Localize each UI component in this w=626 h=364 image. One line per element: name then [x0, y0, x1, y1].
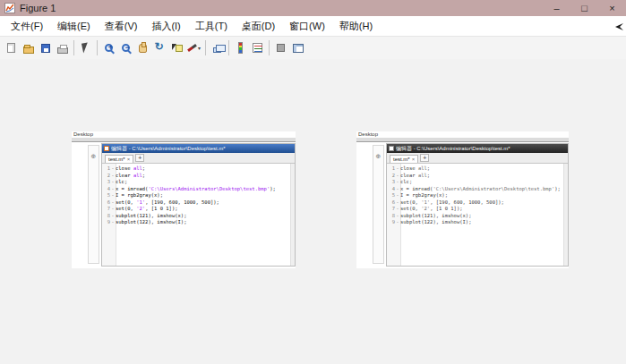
new-figure-icon [7, 43, 15, 53]
line-number: 7 [102, 206, 110, 213]
maximize-button[interactable]: □ [570, 0, 598, 16]
show-plot-tools-icon [293, 44, 304, 53]
menu-file[interactable]: 文件(F) [4, 17, 50, 36]
hide-plot-tools-button[interactable] [272, 39, 289, 57]
save-figure-button[interactable] [37, 39, 54, 57]
pan-button[interactable] [134, 39, 151, 57]
code-line: 3-clc; [387, 179, 563, 186]
line-number: 6 [102, 199, 110, 207]
toolbar-separator [73, 40, 74, 55]
insert-colorbar-icon [238, 42, 243, 54]
editor-tab-label: test.m* [393, 156, 410, 163]
line-number: 9 [102, 219, 110, 226]
code-line: 4-x = imread('C:\Users\Administrator\Des… [102, 186, 290, 193]
mfile-icon [104, 146, 109, 151]
close-button[interactable]: × [598, 0, 626, 16]
menu-edit[interactable]: 编辑(E) [50, 17, 98, 36]
hide-plot-tools-icon [277, 44, 285, 52]
matlab-figure-icon [4, 3, 15, 13]
code-text: clear all; [400, 173, 430, 180]
zoom-out-icon [122, 44, 130, 52]
brush-icon [187, 44, 197, 52]
code-text: set(0, '1', [190, 600, 1000, 500]); [116, 199, 219, 207]
dropdown-caret-icon: ▾ [198, 45, 201, 51]
tab-close-icon: × [127, 156, 131, 163]
menu-window[interactable]: 窗口(W) [282, 17, 332, 36]
data-cursor-button[interactable] [168, 39, 185, 57]
link-plot-button[interactable] [209, 39, 226, 57]
pan-icon [139, 44, 147, 53]
code-line: 8-subplot(121), imshow(x); [387, 213, 563, 220]
edit-plot-button[interactable] [77, 39, 94, 57]
toolbar-separator [205, 40, 206, 55]
menu-tools[interactable]: 工具(T) [188, 17, 235, 36]
code-lines: 1-close all;2-clear all;3-clc;4-x = imre… [387, 165, 563, 226]
code-line: 7-set(0, '2', [1 0 1]); [387, 206, 563, 213]
open-file-icon [23, 47, 34, 54]
rotate-3d-button[interactable] [151, 39, 168, 57]
code-line: 1-close all; [387, 165, 563, 173]
toolstrip-fragment [72, 138, 296, 142]
brush-button[interactable]: ▾ [185, 39, 202, 57]
line-number: 8 [387, 213, 395, 220]
window-title: Figure 1 [20, 3, 56, 13]
line-number: 5 [387, 192, 395, 199]
line-number: 2 [102, 173, 110, 180]
code-line: 6-set(0, '1', [190, 600, 1000, 500]); [102, 199, 290, 207]
line-number: 6 [387, 199, 395, 207]
editor-body: 1-close all;2-clear all;3-clc;4-x = imre… [102, 164, 295, 266]
menu-desktop[interactable]: 桌面(D) [235, 17, 282, 36]
editor-tab-label: test.m* [108, 156, 125, 163]
show-plot-tools-button[interactable] [289, 39, 306, 57]
code-text: clc; [400, 179, 412, 186]
code-text: subplot(121), imshow(x); [400, 213, 471, 220]
code-text: clc; [116, 179, 127, 186]
menu-insert[interactable]: 插入(I) [144, 17, 187, 36]
rotate-3d-icon [155, 42, 166, 55]
tab-close-icon: × [412, 156, 416, 163]
zoom-in-button[interactable] [100, 39, 117, 57]
zoom-out-button[interactable] [117, 39, 134, 57]
restore-panel-icon: ⊕ [91, 153, 97, 159]
mouse-cursor-icon [615, 23, 624, 31]
minimize-button[interactable]: – [543, 0, 570, 16]
editor-tab: test.m* × [105, 155, 133, 163]
print-figure-icon [57, 47, 68, 54]
code-text: close all; [400, 165, 430, 173]
line-number: 5 [102, 192, 110, 199]
code-line: 6-set(0, '1', [190, 600, 1000, 500]); [387, 199, 563, 207]
figure-toolbar: ▾ [0, 37, 626, 60]
line-number: 4 [102, 186, 110, 193]
insert-legend-button[interactable] [249, 39, 266, 57]
menu-view[interactable]: 查看(V) [98, 17, 145, 36]
code-text: x = imread('C:\Users\Administrator\Deskt… [400, 186, 561, 193]
code-line: 9-subplot(122), imshow(I); [387, 219, 563, 226]
code-text: I = rgb2gray(x); [400, 192, 448, 199]
image-axes-grayscale: Desktop ⊕ 编辑器 - C:\Users\Administrator\D… [356, 131, 569, 268]
line-number: 1 [387, 165, 395, 173]
menu-bar: 文件(F) 编辑(E) 查看(V) 插入(I) 工具(T) 桌面(D) 窗口(W… [0, 16, 626, 37]
code-line: 2-clear all; [387, 173, 563, 180]
code-line: 2-clear all; [102, 173, 290, 180]
new-figure-button[interactable] [3, 39, 20, 57]
code-line: 5-I = rgb2gray(x); [387, 192, 563, 199]
print-figure-button[interactable] [54, 39, 71, 57]
insert-colorbar-button[interactable] [232, 39, 249, 57]
code-text: set(0, '1', [190, 600, 1000, 500]); [400, 199, 504, 207]
open-file-button[interactable] [20, 39, 37, 57]
window-titlebar: Figure 1 – □ × [0, 0, 626, 16]
toolbar-separator [97, 40, 98, 55]
line-number: 9 [387, 219, 395, 226]
editor-scrollbar [563, 164, 568, 266]
link-plot-icon [213, 47, 221, 53]
line-number: 3 [102, 179, 110, 186]
menu-help[interactable]: 帮助(H) [332, 17, 380, 36]
code-line: 5-I = rgb2gray(x); [102, 192, 290, 199]
editor-body: 1-close all;2-clear all;3-clc;4-x = imre… [387, 164, 568, 266]
figure-canvas: Desktop ⊕ 编辑器 - C:\Users\Administrator\D… [0, 59, 626, 364]
code-line: 4-x = imread('C:\Users\Administrator\Des… [387, 186, 563, 193]
code-line: 1-close all; [102, 165, 290, 173]
code-text: set(0, '2', [1 0 1]); [400, 206, 463, 213]
desktop-label: Desktop [358, 131, 378, 138]
editor-tabbar: test.m* × + [102, 153, 295, 164]
